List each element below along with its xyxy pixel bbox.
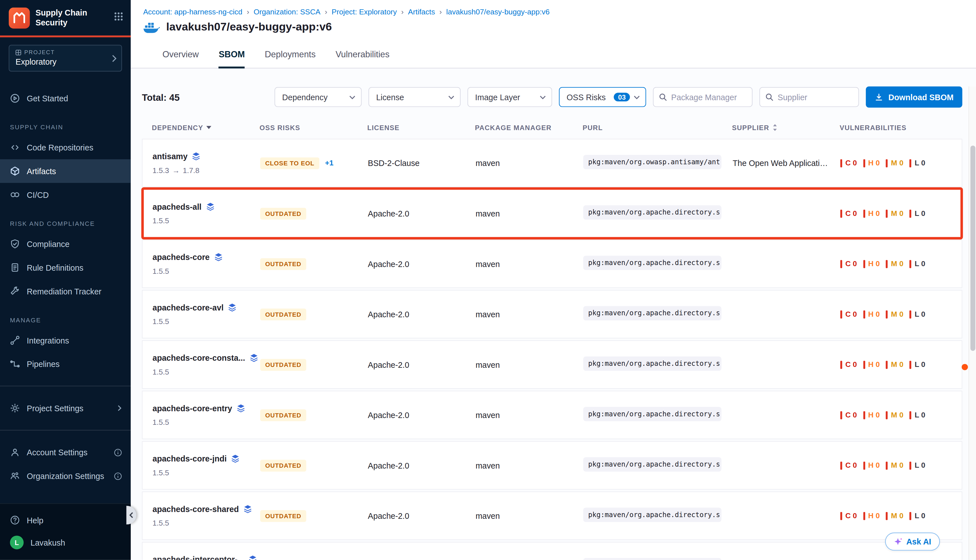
layers-icon[interactable] [236, 403, 245, 412]
table-row[interactable]: apacheds-core-entry 1.5.5 OUTDATED Apach… [142, 391, 963, 439]
tab-deployments[interactable]: Deployments [265, 40, 316, 68]
wrench-icon [10, 286, 20, 296]
sidebar-item-rule-definitions[interactable]: Rule Definitions [0, 256, 131, 280]
ask-ai-button[interactable]: Ask AI [885, 533, 940, 551]
sidebar-item-account-settings[interactable]: Account Settings [0, 440, 131, 464]
sidebar-item-organization-settings[interactable]: Organization Settings [0, 464, 131, 488]
help-button[interactable]: Help [0, 509, 131, 531]
sidebar-item-code-repositories[interactable]: Code Repositories [0, 135, 131, 159]
dependency-filter-dropdown[interactable]: Dependency [275, 87, 362, 107]
vertical-scrollbar[interactable] [969, 87, 976, 560]
oss-risks-filter-dropdown[interactable]: OSS Risks 03 [559, 87, 646, 107]
medium-count: M 0 [886, 512, 903, 520]
table-row[interactable]: apacheds-core-jndi 1.5.5 OUTDATED Apache… [142, 441, 963, 490]
layers-icon[interactable] [249, 353, 258, 362]
sidebar-item-integrations[interactable]: Integrations [0, 328, 131, 352]
severity-bar [909, 159, 912, 167]
license-filter-dropdown[interactable]: License [369, 87, 460, 107]
sidebar-item-pipelines[interactable]: Pipelines [0, 352, 131, 376]
layers-icon[interactable] [243, 505, 252, 513]
notification-dot[interactable] [962, 364, 968, 370]
oss-risk-cell: OUTDATED [260, 258, 368, 270]
layers-icon[interactable] [249, 555, 257, 560]
vulnerabilities-cell: C 0 H 0 M 0 L 0 [841, 158, 962, 167]
chevron-down-icon [540, 95, 546, 99]
app-switcher-icon[interactable] [114, 12, 123, 21]
high-count: H 0 [863, 411, 880, 420]
breadcrumb-artifact-name[interactable]: lavakush07/easy-buggy-app:v6 [446, 7, 550, 16]
toolbar: Total: 45 Dependency License Image Layer [142, 87, 963, 108]
sidebar-item-remediation-tracker[interactable]: Remediation Tracker [0, 280, 131, 303]
table-row[interactable]: antisamy 1.5.3 → 1.7.8 CLOSE TO EOL +1 B… [142, 139, 963, 187]
shield-icon [10, 239, 20, 249]
dependency-name: apacheds-core-avl [152, 303, 224, 312]
tab-sbom[interactable]: SBOM [219, 40, 245, 68]
layers-icon[interactable] [206, 202, 215, 211]
dependency-cell: apacheds-core 1.5.5 [152, 252, 260, 275]
user-menu[interactable]: L Lavakush [0, 531, 131, 553]
search-icon [765, 93, 774, 101]
license-cell: Apache-2.0 [368, 259, 475, 268]
high-count: H 0 [863, 461, 880, 470]
severity-bar [886, 210, 888, 218]
package-manager-search-input[interactable] [671, 92, 747, 102]
purl-cell: pkg:maven/org.apache.directory.s... [583, 407, 732, 423]
column-supplier[interactable]: SUPPLIER [732, 124, 839, 131]
purl-value[interactable]: pkg:maven/org.apache.directory.s... [583, 256, 721, 270]
purl-value[interactable]: pkg:maven/org.apache.directory.s... [583, 205, 721, 220]
severity-bar [909, 512, 912, 520]
sidebar-item-label: Rule Definitions [27, 263, 83, 272]
medium-count: M 0 [886, 259, 903, 268]
critical-count: C 0 [841, 158, 857, 167]
dependency-name: apacheds-core-shared [152, 504, 239, 513]
sidebar-item-project-settings[interactable]: Project Settings [0, 396, 131, 420]
tab-overview[interactable]: Overview [162, 40, 199, 68]
purl-value[interactable]: pkg:maven/org.apache.directory.s... [583, 457, 721, 472]
medium-count: M 0 [886, 158, 903, 167]
dependency-cell: apacheds-core-shared 1.5.5 [152, 504, 260, 527]
project-selector[interactable]: PROJECT Exploratory [9, 45, 122, 72]
breadcrumb-account[interactable]: Account: app-harness-ng-cicd [143, 7, 242, 16]
package-manager-cell: maven [475, 158, 583, 168]
column-dependency[interactable]: DEPENDENCY [152, 124, 260, 131]
supplier-search [760, 87, 859, 107]
license-cell: Apache-2.0 [368, 360, 475, 369]
medium-count: M 0 [886, 461, 903, 470]
breadcrumb-artifacts[interactable]: Artifacts [408, 7, 435, 16]
table-row[interactable]: apacheds-interceptor-... 1.5.5 OUTDATED … [142, 542, 963, 560]
dependency-name: antisamy [152, 152, 187, 161]
supplier-search-input[interactable] [778, 92, 854, 102]
sidebar-item-cicd[interactable]: CI/CD [0, 183, 131, 207]
scrollbar-thumb[interactable] [970, 146, 976, 351]
tab-vulnerabilities[interactable]: Vulnerabilities [335, 40, 389, 68]
layers-icon[interactable] [192, 152, 201, 161]
severity-bar [909, 411, 912, 419]
low-count: L 0 [909, 411, 925, 420]
purl-value[interactable]: pkg:maven/org.apache.directory.s... [583, 508, 721, 522]
table-row[interactable]: apacheds-all 1.5.5 OUTDATED Apache-2.0 m… [142, 189, 963, 238]
chevron-down-icon [634, 95, 640, 99]
sidebar-item-compliance[interactable]: Compliance [0, 232, 131, 256]
layers-icon[interactable] [231, 454, 240, 463]
download-sbom-button[interactable]: Download SBOM [866, 87, 962, 108]
breadcrumb-organization[interactable]: Organization: SSCA [254, 7, 320, 16]
purl-value[interactable]: pkg:maven/org.apache.directory.s... [583, 558, 721, 560]
sidebar-item-artifacts[interactable]: Artifacts [0, 159, 131, 183]
table-row[interactable]: apacheds-core 1.5.5 OUTDATED Apache-2.0 … [142, 240, 963, 288]
purl-value[interactable]: pkg:maven/org.apache.directory.s... [583, 357, 721, 371]
table-row[interactable]: apacheds-core-shared 1.5.5 OUTDATED Apac… [142, 492, 963, 540]
table-row[interactable]: apacheds-core-consta... 1.5.5 OUTDATED A… [142, 340, 963, 389]
layers-icon[interactable] [228, 303, 237, 312]
purl-value[interactable]: pkg:maven/org.apache.directory.s... [583, 407, 721, 421]
sidebar-header: Supply Chain Security [0, 0, 131, 35]
sidebar-item-get-started[interactable]: Get Started [0, 87, 131, 110]
table-row[interactable]: apacheds-core-avl 1.5.5 OUTDATED Apache-… [142, 290, 963, 338]
sidebar-footer: Help L Lavakush [0, 503, 131, 560]
risk-extra-count[interactable]: +1 [325, 158, 334, 167]
purl-value[interactable]: pkg:maven/org.owasp.antisamy/ant... [583, 155, 721, 169]
image-layer-filter-dropdown[interactable]: Image Layer [468, 87, 552, 107]
breadcrumb-project[interactable]: Project: Exploratory [332, 7, 397, 16]
purl-value[interactable]: pkg:maven/org.apache.directory.s... [583, 306, 721, 320]
document-icon [10, 262, 20, 272]
layers-icon[interactable] [214, 253, 223, 262]
